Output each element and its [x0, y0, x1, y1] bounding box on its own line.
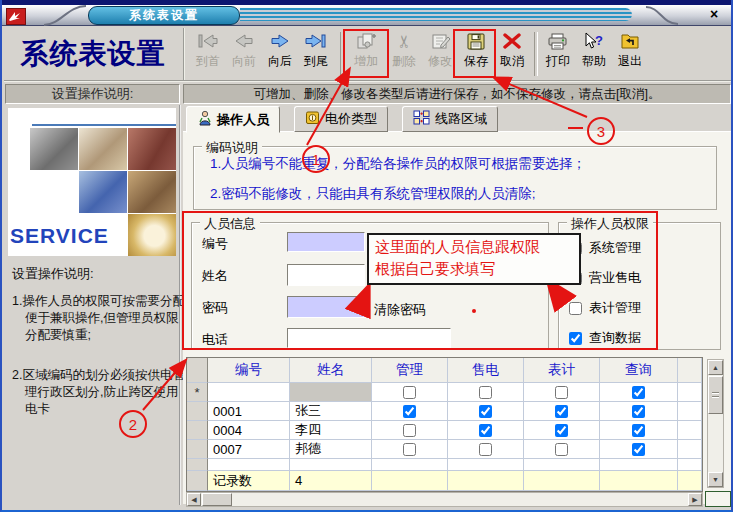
collage-image-pen: [79, 128, 127, 170]
grid-horizontal-scrollbar[interactable]: ◀ ▶: [186, 492, 703, 507]
grid-cell-name[interactable]: 邦德: [290, 440, 372, 459]
scroll-up-icon[interactable]: ▲: [708, 360, 723, 375]
grid-row-marker[interactable]: [187, 440, 208, 459]
cancel-button[interactable]: 取消: [494, 29, 530, 78]
permission-meter-checkbox[interactable]: [569, 302, 582, 315]
grid-check-query[interactable]: [632, 405, 645, 418]
grid-check-sales[interactable]: [479, 424, 492, 437]
grid-vertical-scrollbar[interactable]: ▲ ▼: [707, 359, 724, 488]
tab-operators[interactable]: 操作人员: [186, 106, 280, 133]
toolbar: 到首 向前 向后 到尾 增加 ✂ 删除: [183, 28, 733, 80]
grid-column-sales[interactable]: 售电: [448, 358, 524, 383]
delete-scissors-icon: ✂: [397, 29, 411, 53]
add-button[interactable]: 增加: [348, 29, 384, 78]
grid-column-name[interactable]: 姓名: [290, 358, 372, 383]
person-name-input[interactable]: [287, 264, 365, 286]
grid-check-admin[interactable]: [403, 405, 416, 418]
grid-column-query[interactable]: 查询: [600, 358, 678, 383]
grid-cell-name[interactable]: 李四: [290, 421, 372, 440]
print-button[interactable]: 打印: [540, 29, 576, 78]
grid-check-query[interactable]: [632, 443, 645, 456]
grid-cell-sales: [448, 402, 524, 421]
status-message: 可增加、删除、修改各类型后请进行保存，如不保存修改，请点击[取消]。: [183, 84, 731, 104]
help-button[interactable]: ? 帮助: [576, 29, 612, 78]
grid-cell-id[interactable]: 0004: [208, 421, 290, 440]
grid-check-sales[interactable]: [479, 405, 492, 418]
scroll-right-icon[interactable]: ▶: [688, 493, 702, 506]
grid-check-meter[interactable]: [555, 405, 568, 418]
person-id-input[interactable]: [287, 232, 365, 252]
grid-check-admin[interactable]: [403, 386, 416, 399]
scroll-left-icon[interactable]: ◀: [187, 493, 201, 506]
grid-check-admin[interactable]: [403, 424, 416, 437]
grid-cell-id[interactable]: 0007: [208, 440, 290, 459]
grid-check-meter[interactable]: [555, 386, 568, 399]
permission-query[interactable]: 查询数据: [569, 329, 641, 347]
tab-price-types[interactable]: 电价类型: [294, 106, 388, 132]
delete-button[interactable]: ✂ 删除: [386, 29, 422, 78]
coding-note-2: 2.密码不能修改，只能由具有系统管理权限的人员清除;: [194, 179, 716, 209]
grid-check-meter[interactable]: [555, 443, 568, 456]
grid-cell-query: [600, 402, 678, 421]
grid-cell-admin: [372, 402, 448, 421]
exit-button[interactable]: 退出: [612, 29, 648, 78]
last-record-button[interactable]: 到尾: [298, 29, 334, 78]
add-icon: [355, 29, 377, 53]
collage-divider-line: [32, 124, 176, 126]
person-phone-input[interactable]: [287, 328, 451, 348]
grid-cell-filler: [678, 402, 702, 421]
permissions-title: 操作人员权限: [567, 215, 653, 233]
grid-cell-id[interactable]: [208, 383, 290, 402]
operator-person-icon: [197, 110, 212, 129]
coding-notes-group: 编码说明 1.人员编号不能重复，分配给各操作员的权限可根据需要选择； 2.密码不…: [193, 146, 717, 210]
edit-button[interactable]: 修改: [422, 29, 458, 78]
note-line-2: 根据自己要求填写: [375, 258, 573, 280]
grid-cell-name[interactable]: 张三: [290, 402, 372, 421]
svg-text:?: ?: [595, 33, 603, 48]
grid-check-sales[interactable]: [479, 386, 492, 399]
grid-check-admin[interactable]: [403, 443, 416, 456]
save-floppy-icon: [465, 29, 487, 53]
first-record-button[interactable]: 到首: [190, 29, 226, 78]
scroll-down-icon[interactable]: ▼: [708, 472, 723, 487]
permission-query-checkbox[interactable]: [569, 332, 582, 345]
handwritten-note: 这里面的人员信息跟权限 根据自己要求填写: [367, 233, 581, 285]
service-collage: SERVICE: [8, 108, 176, 256]
grid-corner-panel: [705, 491, 731, 507]
step-badge-1: 1: [302, 145, 330, 173]
clear-password-link[interactable]: 清除密码: [374, 301, 426, 319]
grid-column-id[interactable]: 编号: [208, 358, 290, 383]
grid-check-sales[interactable]: [479, 443, 492, 456]
grid-column-meter[interactable]: 表计: [524, 358, 600, 383]
grid-column-admin[interactable]: 管理: [372, 358, 448, 383]
grid-cell-admin: [372, 440, 448, 459]
person-password-input[interactable]: [287, 296, 365, 318]
grid-cell-id[interactable]: 0001: [208, 402, 290, 421]
titlebar-curve-left: [40, 5, 90, 26]
close-icon[interactable]: ×: [705, 6, 723, 22]
prev-record-button[interactable]: 向前: [226, 29, 262, 78]
grid-cell-admin: [372, 383, 448, 402]
grid-footer-marker: [187, 471, 208, 491]
tab-line-areas[interactable]: 线路区域: [402, 106, 498, 132]
toolbar-separator: [340, 32, 344, 76]
horizontal-scroll-thumb[interactable]: [202, 493, 232, 506]
grid-cell-meter: [524, 402, 600, 421]
collage-image-files: [128, 128, 176, 170]
grid-cell-sales: [448, 440, 524, 459]
save-button[interactable]: 保存: [458, 29, 494, 78]
grid-row-marker[interactable]: *: [187, 383, 208, 402]
grid-cell-name[interactable]: [290, 383, 372, 402]
grid-check-meter[interactable]: [555, 424, 568, 437]
collage-image-watch: [128, 214, 176, 256]
grid-row-marker[interactable]: [187, 421, 208, 440]
collage-image-clothes: [128, 171, 176, 213]
vertical-scroll-thumb[interactable]: [708, 376, 723, 414]
permission-meter[interactable]: 表计管理: [569, 299, 641, 317]
permissions-group: 操作人员权限 系统管理 营业售电 表计管理 查询数据: [558, 222, 721, 350]
next-record-button[interactable]: 向后: [262, 29, 298, 78]
first-record-icon: [196, 29, 220, 53]
grid-check-query[interactable]: [632, 424, 645, 437]
grid-check-query[interactable]: [632, 386, 645, 399]
grid-row-marker[interactable]: [187, 402, 208, 421]
